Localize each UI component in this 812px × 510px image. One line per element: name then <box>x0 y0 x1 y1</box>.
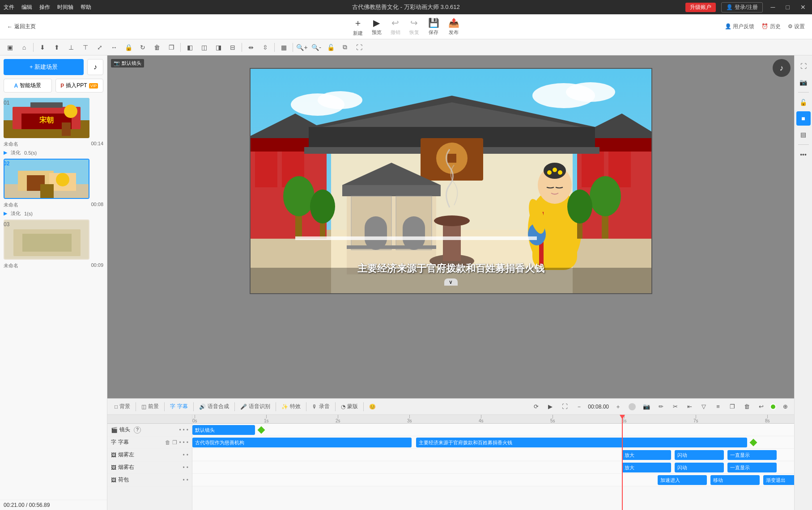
subtitle-lock-icon[interactable]: • <box>183 439 185 446</box>
history-btn[interactable]: ⟳ <box>531 401 541 412</box>
scene-item-03[interactable]: 03 未命名 00:09 <box>0 218 107 270</box>
smoke-left-block-1[interactable]: 放大 <box>622 450 671 460</box>
tl-mask-button[interactable]: ◔ 蒙版 <box>337 401 361 412</box>
bag-block-3[interactable]: 渐变退出 <box>763 475 794 485</box>
redo-tool[interactable]: ↪ 恢复 <box>409 17 419 36</box>
publish-tool[interactable]: 📤 发布 <box>448 17 459 36</box>
subtitle-visible-icon[interactable]: • <box>179 439 181 446</box>
music-overlay-button[interactable]: ♪ <box>773 59 791 77</box>
preview-tool[interactable]: ▶ 预览 <box>372 17 382 36</box>
upgrade-button[interactable]: 升级账户 <box>685 3 716 12</box>
copy-tl-btn[interactable]: ❐ <box>727 401 738 412</box>
align-right-icon[interactable]: ◨ <box>212 41 225 54</box>
lock2-icon[interactable]: 🔓 <box>324 41 337 54</box>
tl-emoji-button[interactable]: 😊 <box>366 402 379 412</box>
bag-block-2[interactable]: 移动 <box>710 475 760 485</box>
subtitle-block-2[interactable]: 主要经济来源于官府拨款和百姓募捐香火钱 <box>416 438 747 447</box>
fullscreen-icon[interactable]: ⛶ <box>353 41 366 54</box>
subtitle-delete-icon[interactable]: 🗑 <box>165 439 170 446</box>
smoke-left-visible[interactable]: • <box>183 452 185 458</box>
camera-block-default[interactable]: 默认镜头 <box>192 425 255 435</box>
menu-help[interactable]: 帮助 <box>81 4 91 11</box>
subtitle-copy-icon[interactable]: ❐ <box>172 439 177 446</box>
menu-timeline[interactable]: 时间轴 <box>57 4 73 11</box>
insert-ppt-button[interactable]: P 插入PPT VIP <box>55 79 104 93</box>
undo-tl-btn[interactable]: ↩ <box>756 401 766 412</box>
rp-layer-btn[interactable]: ▤ <box>796 127 811 142</box>
sort-btn[interactable]: ≡ <box>713 401 723 412</box>
snapshot-btn[interactable]: 📷 <box>641 401 652 412</box>
scene-item-01[interactable]: 01 宋朝 <box>0 96 107 148</box>
tl-subtitle-button[interactable]: 字 字幕 <box>166 401 191 412</box>
menu-operate[interactable]: 操作 <box>39 4 50 11</box>
subtitle-block-1[interactable]: 古代寺院作为慈善机构 <box>192 438 412 447</box>
delete-icon[interactable]: 🗑 <box>151 41 163 54</box>
canvas-frame[interactable]: 主要经济来源于官府拨款和百姓募捐香火钱 <box>250 68 652 294</box>
smoke-right-block-3[interactable]: 一直显示 <box>727 463 777 472</box>
smoke-right-visible[interactable]: • <box>183 464 185 471</box>
maximize-button[interactable]: □ <box>783 3 792 12</box>
tl-asr-button[interactable]: 🎤 语音识别 <box>237 401 274 412</box>
rp-fullscreen-btn[interactable]: ⛶ <box>796 59 811 73</box>
settings-link[interactable]: ⚙ 设置 <box>788 23 805 30</box>
align-center-h-icon[interactable]: ◫ <box>198 41 210 54</box>
login-button[interactable]: 👤 登录/注册 <box>721 2 762 13</box>
smoke-right-block-2[interactable]: 闪动 <box>675 463 724 472</box>
camera-more-icon[interactable]: • <box>187 427 188 433</box>
edit-btn[interactable]: ✏ <box>655 401 666 412</box>
home-icon[interactable]: ⌂ <box>18 41 30 54</box>
subtitle-more-icon[interactable]: • <box>187 439 188 446</box>
feedback-link[interactable]: 👤 用户反馈 <box>725 23 754 30</box>
history-link[interactable]: ⏰ 历史 <box>761 23 780 30</box>
zoom-in-icon[interactable]: 🔍+ <box>296 41 308 54</box>
play-ctrl-btn[interactable]: ▶ <box>545 401 556 412</box>
save-tool[interactable]: 💾 保存 <box>428 17 439 36</box>
align-center-v-icon[interactable]: ⊟ <box>226 41 239 54</box>
smoke-left-lock[interactable]: • <box>187 452 188 458</box>
tl-effects-button[interactable]: ✨ 特效 <box>278 401 304 412</box>
back-home-link[interactable]: ← 返回主页 <box>7 23 36 30</box>
align-down-icon[interactable]: ⬇ <box>36 41 49 54</box>
align-top-icon[interactable]: ⊤ <box>79 41 92 54</box>
speed-toggle[interactable] <box>627 402 638 411</box>
camera-keyframe-diamond[interactable] <box>258 426 265 434</box>
rotate-icon[interactable]: ↻ <box>136 41 149 54</box>
tl-fg-button[interactable]: ◫ 前景 <box>138 401 162 412</box>
menu-edit[interactable]: 编辑 <box>21 4 32 11</box>
ai-scene-button[interactable]: A 智能场景 <box>4 79 52 93</box>
dist-v-icon[interactable]: ⇳ <box>259 41 272 54</box>
zoom-out-ctrl-btn[interactable]: － <box>574 401 584 412</box>
rp-unlock-btn[interactable]: 🔓 <box>796 95 811 110</box>
align-up-icon[interactable]: ⬆ <box>51 41 63 54</box>
filter-btn[interactable]: ▽ <box>698 401 709 412</box>
zoom-out-icon[interactable]: 🔍- <box>310 41 323 54</box>
crop-icon[interactable]: ⧉ <box>339 41 351 54</box>
plus-tl-btn[interactable]: ⊕ <box>780 401 791 412</box>
copy-icon[interactable]: ❐ <box>165 41 178 54</box>
delete-tl-btn[interactable]: 🗑 <box>741 401 752 412</box>
bag-block-1[interactable]: 加速进入 <box>658 475 707 485</box>
smoke-right-lock[interactable]: • <box>187 464 188 471</box>
align-bottom-icon[interactable]: ⊥ <box>65 41 77 54</box>
bag-lock[interactable]: • <box>187 477 188 483</box>
minimize-button[interactable]: ─ <box>768 3 778 12</box>
group-icon[interactable]: ▦ <box>277 41 290 54</box>
flip-h-icon[interactable]: ↔ <box>108 41 120 54</box>
new-tool[interactable]: ＋ 新建 <box>353 17 363 37</box>
zoom-in-ctrl-btn[interactable]: ＋ <box>612 401 623 412</box>
tl-tts-button[interactable]: 🔊 语音合成 <box>196 401 233 412</box>
close-button[interactable]: ✕ <box>798 3 808 12</box>
camera-visible-icon[interactable]: • <box>179 427 181 433</box>
tl-bg-button[interactable]: □ 背景 <box>111 401 134 412</box>
menu-bar[interactable]: 文件 编辑 操作 时间轴 帮助 <box>4 4 91 11</box>
music-button[interactable]: ♪ <box>87 59 103 75</box>
track-area[interactable]: 0s 1s 2s 3s 4s 5s 6s 7s 8s 默认镜头 <box>192 415 794 510</box>
rp-color-btn[interactable]: ■ <box>796 111 811 126</box>
dist-h-icon[interactable]: ⇹ <box>245 41 257 54</box>
rp-camera-btn[interactable]: 📷 <box>796 75 811 89</box>
undo-tool[interactable]: ↩ 撤销 <box>391 17 400 36</box>
align-left-icon[interactable]: ◧ <box>183 41 196 54</box>
scene-item-02[interactable]: 02 未命名 <box>0 157 107 209</box>
lock-icon[interactable]: 🔒 <box>122 41 135 54</box>
fullscreen-ctrl-btn[interactable]: ⛶ <box>559 401 570 412</box>
